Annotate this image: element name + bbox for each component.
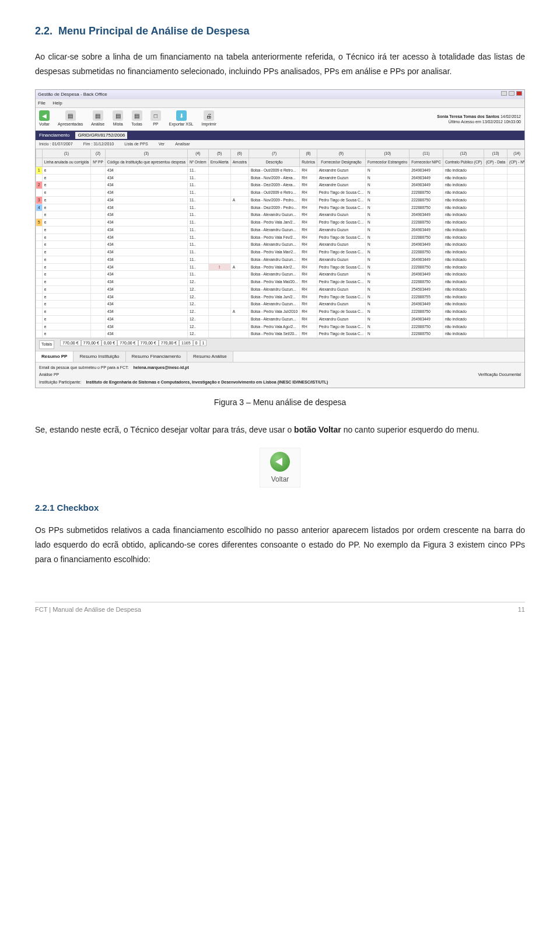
app-screenshot: Gestão de Despesa - Back Office File Hel… bbox=[35, 89, 525, 388]
table-row[interactable]: e43411..Bolsa - Alexandru Guzun...RHAlex… bbox=[36, 271, 525, 278]
data-grid[interactable]: (1)(2)(3)(4)(5)(6)(7)(8)(9)(10)(11)(12)(… bbox=[36, 149, 524, 338]
last-access-label: Último Acesso em bbox=[449, 120, 481, 124]
table-row[interactable]: e43412..Bolsa - Pedro Vala Ago/2...RHPed… bbox=[36, 323, 525, 330]
tab-resumo-financiamento[interactable]: Resumo Financiamento bbox=[126, 351, 187, 362]
toolbar-imprimir[interactable]: 🖨Imprimir bbox=[202, 110, 216, 128]
table-row[interactable]: e43412..Bolsa - Pedro Vala Set/20...RHPe… bbox=[36, 330, 525, 338]
subsection-number: 2.2.1 bbox=[35, 503, 54, 513]
summary-value: 770,00 € bbox=[81, 340, 102, 346]
tab-resumo-analise[interactable]: Resumo Análise bbox=[187, 351, 233, 362]
column-number: (6) bbox=[230, 149, 249, 158]
table-row[interactable]: 3e43411..ABolsa - Nov/2009 - Pedro...RHP… bbox=[36, 196, 525, 204]
window-titlebar: Gestão de Despesa - Back Office bbox=[36, 90, 524, 99]
column-header[interactable]: (CP) - Data bbox=[484, 158, 508, 167]
column-header[interactable]: Amostra bbox=[230, 158, 249, 167]
summary-value: 1165 bbox=[179, 340, 193, 346]
table-row[interactable]: 4e43411..Bolsa - Dez/2009 - Pedro...RHPe… bbox=[36, 204, 525, 211]
table-row[interactable]: 2e43411..Bolsa - Dez/2009 - Alexa...RHAl… bbox=[36, 182, 525, 189]
column-header[interactable]: (CP) - Nº bbox=[508, 158, 525, 167]
column-number: (7) bbox=[249, 149, 299, 158]
menu-file[interactable]: File bbox=[38, 100, 46, 106]
paragraph-3: Os PPs submetidos relativos a cada finan… bbox=[35, 523, 525, 567]
summary-value: 770,00 € bbox=[159, 340, 179, 346]
tab-resumo-instituicao[interactable]: Resumo Instituição bbox=[74, 351, 125, 362]
table-row[interactable]: e43412..Bolsa - Pedro Vala Mai/20...RHPe… bbox=[36, 278, 525, 286]
table-row[interactable]: e43411..Bolsa - Nov/2009 - Alexa...RHAle… bbox=[36, 174, 525, 182]
column-header[interactable]: Fornecedor Estrangeiro bbox=[366, 158, 410, 167]
subsection-heading: 2.2.1 Checkbox bbox=[35, 501, 525, 515]
minimize-icon[interactable] bbox=[501, 91, 507, 96]
table-row[interactable]: e43412..Bolsa - Alexandru Guzun...RHAlex… bbox=[36, 285, 525, 293]
financing-ref: GRID/GRI/81752/2006 bbox=[75, 132, 127, 139]
header-names-row: Linha anulada ou corrigidaNº PPCódigo da… bbox=[36, 158, 525, 167]
totais-label: Totais bbox=[39, 340, 54, 349]
toolbar-pp[interactable]: □PP bbox=[150, 110, 161, 128]
column-number: (5) bbox=[208, 149, 230, 158]
column-number: (11) bbox=[410, 149, 443, 158]
summary-value: 0 bbox=[193, 340, 200, 346]
user-date: 14/02/2012 bbox=[501, 114, 521, 119]
table-row[interactable]: e43412..Bolsa - Alexandru Guzun...RHAlex… bbox=[36, 315, 525, 323]
data-grid-wrap: (1)(2)(3)(4)(5)(6)(7)(8)(9)(10)(11)(12)(… bbox=[36, 149, 524, 338]
table-row[interactable]: e43411..Bolsa - Alexandru Guzun...RHAlex… bbox=[36, 211, 525, 219]
print-icon: 🖨 bbox=[204, 110, 214, 121]
table-row[interactable]: 5e43411..Bolsa - Pedro Vala Jan/2...RHPe… bbox=[36, 219, 525, 226]
summary-value: 1 bbox=[200, 340, 207, 346]
column-number: (4) bbox=[187, 149, 208, 158]
user-info: Sonia Teresa Tomas dos Santos 14/02/2012… bbox=[437, 114, 521, 124]
table-row[interactable]: e43411..Bolsa - Out/2009 e Retro...RHPed… bbox=[36, 189, 525, 197]
table-row[interactable]: e43412..Bolsa - Alexandru Guzun...RHAlex… bbox=[36, 301, 525, 308]
table-row[interactable]: e43412..ABolsa - Pedro Vala Jul/2010RHPe… bbox=[36, 308, 525, 316]
menu-help[interactable]: Help bbox=[52, 100, 62, 106]
column-number: (12) bbox=[443, 149, 484, 158]
analysis-icon: ▤ bbox=[93, 110, 103, 121]
column-header[interactable]: Contrato Público (CP) bbox=[443, 158, 484, 167]
summary-value: 0,00 € bbox=[102, 340, 117, 346]
close-icon[interactable] bbox=[516, 91, 522, 96]
toolbar-mista[interactable]: ▤Mista bbox=[113, 110, 123, 128]
toolbar-voltar[interactable]: ◀Voltar bbox=[39, 110, 50, 128]
column-header[interactable]: Erro/Alerta bbox=[208, 158, 230, 167]
summary-value: 770,00 € bbox=[138, 340, 159, 346]
all-icon: ▤ bbox=[132, 110, 142, 121]
column-header[interactable]: Descrição bbox=[249, 158, 299, 167]
verif-doc-label: Verificação Documental bbox=[478, 372, 521, 378]
paragraph-1: Ao clicar-se sobre a linha de um financi… bbox=[35, 50, 525, 79]
financing-label: Financiamento bbox=[39, 132, 69, 139]
column-number: (3) bbox=[105, 149, 187, 158]
email-value: helena.marques@inesc-id.pt bbox=[134, 365, 189, 371]
column-number: (1) bbox=[42, 149, 91, 158]
column-header[interactable]: Fornecedor NIPC bbox=[410, 158, 443, 167]
maximize-icon[interactable] bbox=[509, 91, 514, 96]
toolbar-analise[interactable]: ▤Análise bbox=[91, 110, 104, 128]
toolbar-exportar[interactable]: ⬇Exportar XSL bbox=[169, 110, 194, 128]
column-header[interactable]: Rubrica bbox=[300, 158, 317, 167]
column-header[interactable]: Linha anulada ou corrigida bbox=[42, 158, 91, 167]
summary-value: 770,00 € bbox=[117, 340, 138, 346]
pp-icon: □ bbox=[150, 110, 161, 121]
toolbar-apresentadas[interactable]: ▤Apresentadas bbox=[58, 110, 83, 128]
back-arrow-icon: ◀ bbox=[39, 110, 50, 121]
window-controls[interactable] bbox=[501, 91, 522, 98]
voltar-label: Voltar bbox=[260, 474, 300, 485]
column-header[interactable]: Nº PP bbox=[91, 158, 106, 167]
column-header[interactable]: Fornecedor Designação bbox=[317, 158, 365, 167]
table-row[interactable]: e43411..Bolsa - Pedro Vala Fev/2...RHPed… bbox=[36, 233, 525, 241]
table-row[interactable]: e43411..Bolsa - Alexandru Guzun...RHAlex… bbox=[36, 226, 525, 233]
tab-resumo-pp[interactable]: Resumo PP bbox=[36, 351, 74, 362]
column-header[interactable]: Código da Instituição que apresentou des… bbox=[105, 158, 187, 167]
instituicao-label: Instituição Participante: bbox=[39, 379, 81, 386]
toolbar: ◀Voltar ▤Apresentadas ▤Análise ▤Mista ▤T… bbox=[36, 108, 524, 131]
subsection-title-text: Checkbox bbox=[57, 503, 99, 513]
table-row[interactable]: e43411..!ABolsa - Pedro Vala Abr/2...RHP… bbox=[36, 263, 525, 271]
instituicao-value: Instituto de Engenharia de Sistemas e Co… bbox=[86, 379, 328, 386]
table-row[interactable]: e43412..Bolsa - Pedro Vala Jun/2...RHPed… bbox=[36, 293, 525, 301]
table-row[interactable]: e43411..Bolsa - Alexandru Guzun...RHAlex… bbox=[36, 241, 525, 249]
table-row[interactable]: e43411..Bolsa - Alexandru Guzun...RHAlex… bbox=[36, 256, 525, 263]
financing-bar: Financiamento GRID/GRI/81752/2006 bbox=[36, 131, 524, 140]
table-row[interactable]: 1e43411..Bolsa - Out/2009 e Retro...RHAl… bbox=[36, 166, 525, 174]
column-header[interactable]: Nº Ordem bbox=[187, 158, 208, 167]
table-row[interactable]: e43411..Bolsa - Pedro Vala Mar/2...RHPed… bbox=[36, 249, 525, 256]
menu-bar: File Help bbox=[36, 99, 524, 108]
toolbar-todas[interactable]: ▤Todas bbox=[131, 110, 142, 128]
